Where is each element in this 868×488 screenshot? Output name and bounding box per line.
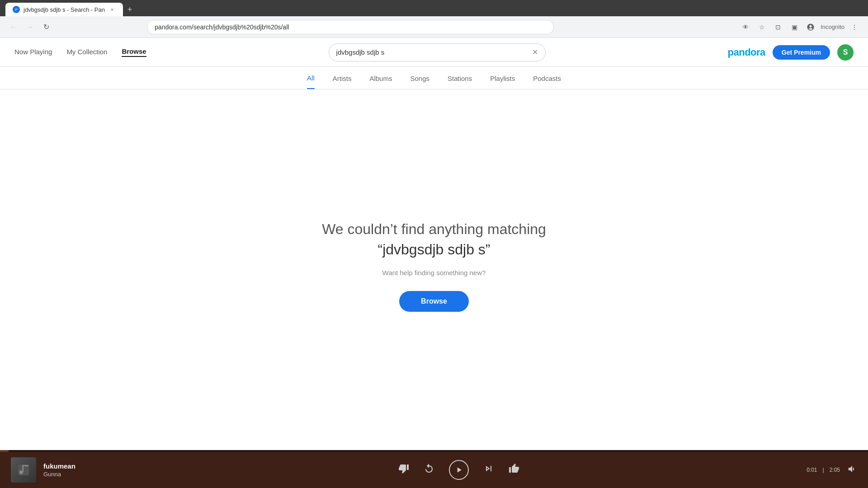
my-collection-nav[interactable]: My Collection xyxy=(66,48,107,56)
no-results-section: We couldn’t find anything matching “jdvb… xyxy=(322,221,546,312)
tab-stations[interactable]: Stations xyxy=(448,75,472,89)
browse-nav[interactable]: Browse xyxy=(122,47,146,57)
header-right: pandora Get Premium S xyxy=(728,44,854,61)
tab-albums[interactable]: Albums xyxy=(369,75,392,89)
address-text: pandora.com/search/jdvbgsdjb%20sdjb%20s/… xyxy=(155,23,546,31)
search-container: ✕ xyxy=(146,43,728,61)
play-button[interactable] xyxy=(449,460,469,480)
now-playing-nav[interactable]: Now Playing xyxy=(14,48,52,56)
back-button[interactable]: ← xyxy=(7,21,20,33)
more-icon[interactable]: ⋮ xyxy=(848,21,861,33)
toolbar-right: 👁 ☆ ⊡ ▣ Incognito ⋮ xyxy=(739,21,861,33)
browser-tab-bar: P jdvbgsdjb sdjb s - Search - Pan × + xyxy=(0,0,868,16)
display-icon[interactable]: ▣ xyxy=(788,21,801,33)
player-thumbnail xyxy=(11,457,36,483)
skip-forward-button[interactable] xyxy=(483,463,494,477)
tab-title: jdvbgsdjb sdjb s - Search - Pan xyxy=(24,6,105,13)
incognito-icon xyxy=(804,21,817,33)
tab-all[interactable]: All xyxy=(307,74,315,89)
total-time: 2:05 xyxy=(830,467,840,473)
pandora-logo: pandora xyxy=(728,47,765,58)
bookmark-icon[interactable]: ☆ xyxy=(755,21,768,33)
replay-button[interactable] xyxy=(424,463,434,477)
refresh-button[interactable]: ↻ xyxy=(40,21,52,33)
forward-button[interactable]: → xyxy=(24,21,36,33)
no-results-sub-text: Want help finding something new? xyxy=(322,269,546,277)
main-nav: Now Playing My Collection Browse xyxy=(14,47,146,57)
eyeslash-icon[interactable]: 👁 xyxy=(739,21,752,33)
tab-favicon: P xyxy=(13,6,20,13)
thumbs-up-button[interactable] xyxy=(509,463,519,477)
get-premium-button[interactable]: Get Premium xyxy=(773,45,830,60)
user-avatar[interactable]: S xyxy=(837,44,854,61)
progress-bar-fill xyxy=(0,450,9,452)
browse-button[interactable]: Browse xyxy=(399,291,469,312)
no-results-main-text: We couldn’t find anything matching xyxy=(322,221,546,238)
tab-podcasts[interactable]: Podcasts xyxy=(533,75,561,89)
tab-close-button[interactable]: × xyxy=(108,6,116,13)
cast-icon[interactable]: ⊡ xyxy=(772,21,784,33)
tab-artists[interactable]: Artists xyxy=(333,75,352,89)
thumbs-down-button[interactable] xyxy=(398,463,409,477)
player-controls xyxy=(118,460,799,480)
player-track-name: fukumean xyxy=(43,462,111,470)
search-box[interactable]: ✕ xyxy=(329,43,546,61)
player-artist-name: Gunna xyxy=(43,471,111,478)
search-clear-button[interactable]: ✕ xyxy=(532,48,538,56)
svg-rect-3 xyxy=(22,465,28,466)
search-input[interactable] xyxy=(336,48,528,56)
browser-toolbar: ← → ↻ pandora.com/search/jdvbgsdjb%20sdj… xyxy=(0,16,868,38)
progress-bar-container[interactable] xyxy=(0,450,868,452)
incognito-label: Incognito xyxy=(821,23,844,30)
time-separator: | xyxy=(823,467,824,473)
main-content: We couldn’t find anything matching “jdvb… xyxy=(0,89,868,443)
no-results-query-text: “jdvbgsdjb sdjb s” xyxy=(322,241,546,258)
tab-songs[interactable]: Songs xyxy=(410,75,429,89)
app-header: Now Playing My Collection Browse ✕ pando… xyxy=(0,38,868,67)
new-tab-button[interactable]: + xyxy=(123,3,137,16)
current-time: 0:01 xyxy=(807,467,817,473)
tab-playlists[interactable]: Playlists xyxy=(490,75,515,89)
volume-button[interactable] xyxy=(847,464,857,476)
address-bar[interactable]: pandora.com/search/jdvbgsdjb%20sdjb%20s/… xyxy=(147,20,554,34)
progress-area: 0:01 | 2:05 xyxy=(807,467,840,473)
filter-tabs: All Artists Albums Songs Stations Playli… xyxy=(0,67,868,89)
player-info: fukumean Gunna xyxy=(43,462,111,478)
player-bar: fukumean Gunna 0:01 | 2:05 xyxy=(0,452,868,488)
browser-tab[interactable]: P jdvbgsdjb sdjb s - Search - Pan × xyxy=(5,3,123,16)
